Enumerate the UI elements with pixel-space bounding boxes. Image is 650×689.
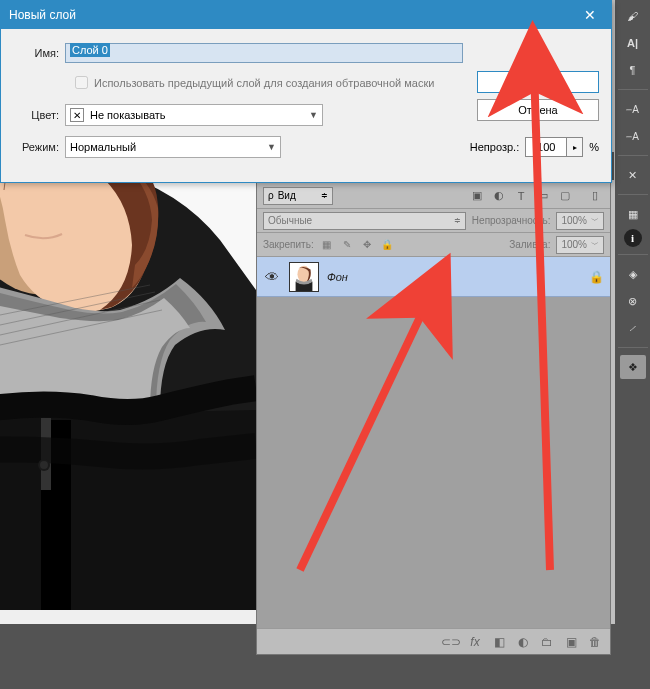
chevron-down-icon: ﹀: [591, 239, 599, 250]
dialog-title-label: Новый слой: [9, 8, 569, 22]
blend-mode-label: Обычные: [268, 215, 312, 226]
no-color-icon: ✕: [70, 108, 84, 122]
layer-name-input[interactable]: Слой 0: [65, 43, 463, 63]
color-label: Цвет:: [13, 109, 65, 121]
blend-opacity-row: Обычные ≑ Непрозрачность: 100% ﹀: [257, 209, 610, 233]
lock-brush-icon[interactable]: ✎: [340, 238, 354, 252]
chevron-down-icon: ▼: [309, 110, 318, 120]
blend-mode-dropdown[interactable]: Нормальный ▼: [65, 136, 281, 158]
char-styles-icon[interactable]: ⎓A: [620, 97, 646, 121]
info-icon[interactable]: i: [624, 229, 642, 247]
mode-label: Режим:: [13, 141, 65, 153]
layers-filter-bar: ρ Вид ≑ ▣ ◐ T ▭ ▢ ▯: [257, 183, 610, 209]
paragraph-panel-icon[interactable]: ¶: [620, 58, 646, 82]
layer-fx-icon[interactable]: fx: [466, 633, 484, 651]
layers-empty-area: [257, 297, 610, 628]
opacity-value-dropdown[interactable]: 100% ﹀: [556, 212, 604, 230]
filter-smart-icon[interactable]: ▢: [556, 187, 574, 205]
right-icon-strip: 🖌 A| ¶ ⎓A ⎓A ✕ ▦ i ◈ ⊗ ⟋ ❖: [615, 0, 650, 689]
color-dropdown[interactable]: ✕ Не показывать ▼: [65, 104, 323, 126]
adjustment-layer-icon[interactable]: ◐: [514, 633, 532, 651]
group-icon[interactable]: 🗀: [538, 633, 556, 651]
fill-label: Заливка:: [509, 239, 550, 250]
filter-toggle-icon[interactable]: ▯: [586, 187, 604, 205]
image-canvas[interactable]: [0, 150, 256, 610]
lock-all-icon[interactable]: 🔒: [380, 238, 394, 252]
new-layer-icon[interactable]: ▣: [562, 633, 580, 651]
opacity-slider-handle[interactable]: ▸: [567, 137, 583, 157]
layers-icon[interactable]: ❖: [620, 355, 646, 379]
visibility-toggle-icon[interactable]: 👁: [263, 269, 281, 285]
chevron-down-icon: ▼: [267, 142, 276, 152]
para-styles-icon[interactable]: ⎓A: [620, 124, 646, 148]
filter-icon: ρ: [268, 190, 274, 201]
canvas-paper-edge: [0, 608, 256, 624]
opacity-label: Непрозр.:: [470, 141, 519, 153]
spheres-icon[interactable]: ⊗: [620, 289, 646, 313]
layer-lock-icon[interactable]: 🔒: [589, 270, 604, 284]
clip-mask-label: Использовать предыдущий слой для создани…: [94, 77, 434, 89]
blend-mode-dropdown[interactable]: Обычные ≑: [263, 212, 466, 230]
lock-position-icon[interactable]: ✥: [360, 238, 374, 252]
layers-footer: ⊂⊃ fx ◧ ◐ 🗀 ▣ 🗑: [257, 628, 610, 654]
brush-lib-icon[interactable]: 🖌: [620, 4, 646, 28]
close-button[interactable]: ✕: [569, 1, 611, 29]
add-mask-icon[interactable]: ◧: [490, 633, 508, 651]
opacity-value: 100%: [561, 215, 587, 226]
percent-label: %: [589, 141, 599, 153]
clip-mask-checkbox-input: [75, 76, 88, 89]
lock-fill-row: Закрепить: ▦ ✎ ✥ 🔒 Заливка: 100% ﹀: [257, 233, 610, 257]
chevron-down-icon: ﹀: [591, 215, 599, 226]
lock-pixels-icon[interactable]: ▦: [320, 238, 334, 252]
new-layer-dialog: Новый слой ✕ ОК Отмена Имя: Слой 0 Испол…: [0, 0, 612, 183]
filter-image-icon[interactable]: ▣: [468, 187, 486, 205]
opacity-label: Непрозрачность:: [472, 215, 551, 226]
chevron-down-icon: ≑: [321, 191, 328, 200]
opacity-input[interactable]: 100: [525, 137, 567, 157]
ok-button[interactable]: ОК: [477, 71, 599, 93]
swatches-icon[interactable]: ▦: [620, 202, 646, 226]
dialog-titlebar[interactable]: Новый слой ✕: [1, 1, 611, 29]
chevron-down-icon: ≑: [454, 216, 461, 225]
layer-thumbnail[interactable]: [289, 262, 319, 292]
layer-name-label[interactable]: Фон: [327, 271, 348, 283]
layer-row[interactable]: 👁 Фон 🔒: [257, 257, 610, 297]
cancel-button[interactable]: Отмена: [477, 99, 599, 121]
mode-value: Нормальный: [70, 141, 136, 153]
char-panel-icon[interactable]: A|: [620, 31, 646, 55]
fill-value-dropdown[interactable]: 100% ﹀: [556, 236, 604, 254]
layer-name-value: Слой 0: [70, 43, 110, 57]
svg-point-3: [40, 461, 48, 469]
layer-filter-type-dropdown[interactable]: ρ Вид ≑: [263, 187, 333, 205]
path-icon[interactable]: ⟋: [620, 316, 646, 340]
link-layers-icon[interactable]: ⊂⊃: [442, 633, 460, 651]
layers-panel: Слои ρ Вид ≑ ▣ ◐ T ▭ ▢ ▯ Обычные ≑ Непро…: [256, 160, 611, 655]
tools-crossed-icon[interactable]: ✕: [620, 163, 646, 187]
color-value: Не показывать: [90, 109, 166, 121]
cube-icon[interactable]: ◈: [620, 262, 646, 286]
fill-value: 100%: [561, 239, 587, 250]
name-label: Имя:: [13, 47, 65, 59]
filter-type-label: Вид: [278, 190, 296, 201]
filter-shape-icon[interactable]: ▭: [534, 187, 552, 205]
delete-layer-icon[interactable]: 🗑: [586, 633, 604, 651]
lock-label: Закрепить:: [263, 239, 314, 250]
filter-adjust-icon[interactable]: ◐: [490, 187, 508, 205]
filter-type-icon[interactable]: T: [512, 187, 530, 205]
